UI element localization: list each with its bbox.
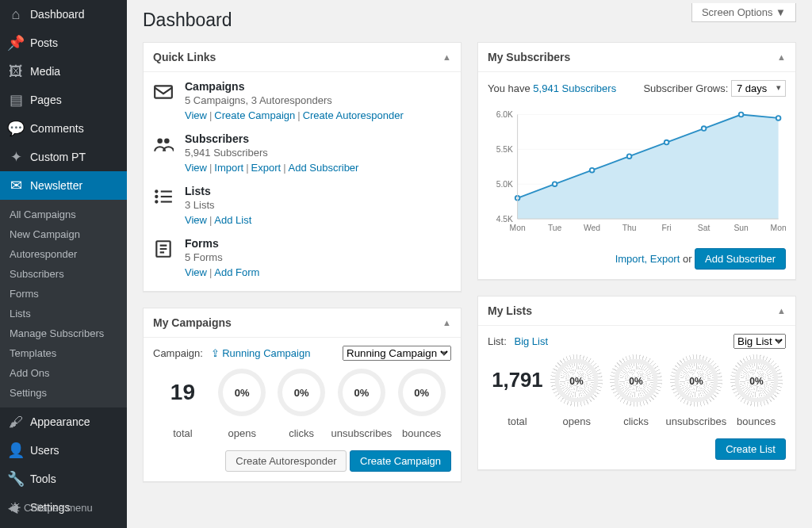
submenu-item-add-ons[interactable]: Add Ons bbox=[0, 363, 127, 383]
svg-point-5 bbox=[155, 195, 158, 198]
submenu-item-forms[interactable]: Forms bbox=[0, 284, 127, 304]
grows-label: Subscriber Grows: bbox=[643, 82, 728, 94]
quick-links-header[interactable]: Quick Links ▲ bbox=[144, 43, 461, 72]
menu-label: Dashboard bbox=[30, 8, 85, 21]
collapse-menu[interactable]: ◀ Collapse menu bbox=[0, 494, 127, 522]
svg-point-1 bbox=[157, 138, 163, 143]
metric-ring: 0% bbox=[615, 358, 658, 402]
sidebar-item-custom-pt[interactable]: ✦Custom PT bbox=[0, 143, 127, 171]
menu-label: Appearance bbox=[30, 415, 90, 428]
collapse-icon[interactable]: ▲ bbox=[777, 306, 786, 316]
quicklink-forms: Forms5 FormsView|Add Form bbox=[153, 237, 451, 278]
quick-links-title: Quick Links bbox=[153, 51, 216, 63]
menu-label: Posts bbox=[30, 36, 58, 49]
collapse-label: Collapse menu bbox=[24, 502, 93, 514]
submenu-item-settings[interactable]: Settings bbox=[0, 383, 127, 403]
create-autoresponder-button[interactable]: Create Autoresponder bbox=[225, 450, 347, 472]
sidebar-item-newsletter[interactable]: ✉Newsletter bbox=[0, 171, 127, 200]
ql-sub: 5 Campaigns, 3 Autoresponders bbox=[185, 94, 404, 106]
ql-link[interactable]: Create Autoresponder bbox=[303, 109, 404, 121]
sidebar-item-pages[interactable]: ▤Pages bbox=[0, 86, 127, 114]
sidebar-item-tools[interactable]: 🔧Tools bbox=[0, 465, 127, 493]
metric-label: opens bbox=[213, 427, 272, 439]
subscribers-count-link[interactable]: 5,941 Subscribers bbox=[533, 82, 616, 94]
submenu-item-all-campaigns[interactable]: All Campaigns bbox=[0, 205, 127, 224]
submenu-item-new-campaign[interactable]: New Campaign bbox=[0, 224, 127, 244]
ql-link[interactable]: View bbox=[185, 214, 207, 226]
menu-label: Tools bbox=[30, 473, 56, 485]
ql-link[interactable]: Export bbox=[251, 162, 282, 174]
form-icon bbox=[153, 237, 185, 278]
my-campaigns-header[interactable]: My Campaigns ▲ bbox=[144, 308, 461, 338]
sidebar-item-media[interactable]: 🖾Media bbox=[0, 57, 127, 86]
svg-text:Thu: Thu bbox=[622, 224, 637, 232]
menu-label: Pages bbox=[30, 94, 62, 106]
my-lists-header[interactable]: My Lists ▲ bbox=[478, 297, 795, 326]
ql-link[interactable]: View bbox=[185, 162, 207, 174]
import-export-link[interactable]: Import, Export bbox=[615, 253, 680, 265]
collapse-icon[interactable]: ▲ bbox=[777, 52, 786, 62]
sidebar-item-comments[interactable]: 💬Comments bbox=[0, 114, 127, 143]
svg-text:6.0K: 6.0K bbox=[496, 110, 513, 119]
my-subscribers-box: My Subscribers ▲ You have 5,941 Subscrib… bbox=[477, 42, 796, 280]
grows-select[interactable]: 7 days bbox=[731, 80, 786, 97]
svg-point-23 bbox=[665, 140, 669, 145]
create-campaign-button[interactable]: Create Campaign bbox=[350, 450, 451, 472]
collapse-icon[interactable]: ▲ bbox=[442, 52, 451, 62]
svg-text:5.0K: 5.0K bbox=[496, 180, 513, 189]
create-list-button[interactable]: Create List bbox=[715, 438, 786, 460]
submenu-item-templates[interactable]: Templates bbox=[0, 343, 127, 363]
collapse-icon[interactable]: ▲ bbox=[442, 318, 451, 327]
sidebar-item-users[interactable]: 👤Users bbox=[0, 436, 127, 465]
metric-ring: 0% bbox=[218, 369, 266, 416]
svg-point-22 bbox=[627, 154, 632, 159]
my-lists-title: My Lists bbox=[488, 304, 532, 317]
ql-link[interactable]: Create Campaign bbox=[214, 109, 295, 121]
ql-link[interactable]: View bbox=[185, 266, 207, 278]
menu-label: Users bbox=[30, 444, 59, 457]
menu-icon: ▤ bbox=[8, 92, 24, 108]
metric-ring: 0% bbox=[734, 358, 778, 402]
campaign-select[interactable]: Running Campaign bbox=[343, 346, 451, 361]
svg-text:Wed: Wed bbox=[584, 224, 600, 232]
svg-text:Sun: Sun bbox=[733, 224, 749, 232]
page-title: Dashboard bbox=[143, 3, 232, 34]
menu-label: Custom PT bbox=[30, 151, 86, 163]
upload-icon: ⇪ bbox=[211, 347, 220, 359]
campaign-link[interactable]: Running Campaign bbox=[222, 347, 310, 359]
svg-marker-18 bbox=[518, 115, 779, 220]
svg-text:Mon: Mon bbox=[771, 224, 786, 232]
total-value: 1,791 bbox=[490, 358, 545, 402]
ql-link[interactable]: Import bbox=[214, 162, 243, 174]
ql-link[interactable]: View bbox=[185, 109, 207, 121]
svg-point-25 bbox=[739, 113, 744, 117]
ql-link[interactable]: Add List bbox=[214, 214, 251, 226]
sidebar-item-posts[interactable]: 📌Posts bbox=[0, 29, 127, 57]
envelope-icon bbox=[153, 80, 185, 121]
ql-title: Subscribers bbox=[185, 132, 358, 145]
menu-icon: 🖾 bbox=[8, 63, 24, 79]
submenu-item-manage-subscribers[interactable]: Manage Subscribers bbox=[0, 323, 127, 343]
metric-ring: 0% bbox=[338, 369, 385, 416]
svg-text:Fri: Fri bbox=[662, 224, 672, 232]
list-label: List: bbox=[488, 335, 507, 347]
list-select[interactable]: Big List bbox=[733, 334, 786, 349]
svg-text:Mon: Mon bbox=[510, 224, 526, 232]
submenu-item-autoresponder[interactable]: Autoresponder bbox=[0, 244, 127, 264]
admin-sidebar: ⌂Dashboard📌Posts🖾Media▤Pages💬Comments✦Cu… bbox=[0, 0, 127, 528]
submenu-item-lists[interactable]: Lists bbox=[0, 304, 127, 323]
submenu-item-subscribers[interactable]: Subscribers bbox=[0, 264, 127, 284]
quicklink-lists: Lists3 ListsView|Add List bbox=[153, 185, 451, 226]
svg-point-2 bbox=[164, 138, 170, 143]
menu-icon: 📌 bbox=[8, 35, 24, 51]
sidebar-item-dashboard[interactable]: ⌂Dashboard bbox=[0, 0, 127, 29]
ql-link[interactable]: Add Form bbox=[214, 266, 259, 278]
screen-options-button[interactable]: Screen Options ▼ bbox=[691, 3, 796, 22]
metric-ring: 0% bbox=[278, 369, 325, 416]
metric-label: bounces bbox=[392, 427, 451, 439]
ql-link[interactable]: Add Subscriber bbox=[289, 162, 359, 174]
list-link[interactable]: Big List bbox=[514, 335, 548, 347]
add-subscriber-button[interactable]: Add Subscriber bbox=[695, 248, 786, 270]
sidebar-item-appearance[interactable]: 🖌Appearance bbox=[0, 407, 127, 436]
my-subscribers-header[interactable]: My Subscribers ▲ bbox=[478, 43, 795, 72]
